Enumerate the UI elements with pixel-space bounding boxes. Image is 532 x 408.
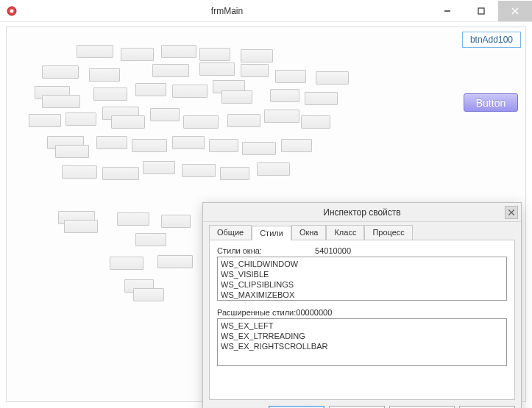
tab-class[interactable]: Класс — [326, 225, 364, 240]
ghost-button[interactable] — [64, 220, 98, 233]
ghost-button[interactable] — [102, 167, 139, 180]
ghost-button[interactable] — [227, 114, 260, 127]
minimize-button[interactable] — [430, 1, 464, 21]
ghost-button[interactable] — [110, 257, 143, 270]
close-button[interactable] — [498, 1, 532, 21]
ex-style-item[interactable]: WS_EX_LEFT — [221, 321, 503, 331]
app-icon — [6, 5, 18, 17]
client-area: btnAdd100 Button — [6, 26, 526, 402]
window-title: frmMain — [24, 6, 430, 16]
ghost-button[interactable] — [117, 212, 149, 226]
ghost-button[interactable] — [281, 139, 312, 152]
ghost-button[interactable] — [121, 48, 154, 61]
ghost-button[interactable] — [241, 49, 273, 62]
ghost-button[interactable] — [77, 45, 113, 58]
ghost-button[interactable] — [55, 145, 89, 158]
ghost-button[interactable] — [65, 112, 96, 126]
styles-value: 54010000 — [315, 246, 351, 255]
ghost-button[interactable] — [96, 136, 127, 149]
highlighted-button[interactable]: Button — [464, 93, 518, 112]
styles-listbox[interactable]: WS_CHILDWINDOW WS_VISIBLE WS_CLIPSIBLING… — [217, 257, 507, 301]
maximize-button[interactable] — [464, 1, 498, 21]
window-controls — [430, 1, 532, 21]
ghost-button[interactable] — [241, 64, 269, 77]
ghost-button[interactable] — [264, 110, 299, 123]
inspector-panel: Стили окна: 54010000 WS_CHILDWINDOW WS_V… — [209, 240, 515, 400]
ghost-button[interactable] — [242, 142, 276, 155]
tab-windows[interactable]: Окна — [291, 225, 327, 240]
styles-label: Стили окна: — [217, 246, 313, 255]
ghost-button[interactable] — [172, 136, 205, 149]
ghost-button[interactable] — [199, 48, 230, 61]
ghost-button[interactable] — [161, 215, 191, 228]
ghost-button[interactable] — [275, 70, 306, 83]
inspector-title[interactable]: Инспектор свойств — [203, 203, 521, 222]
ghost-button[interactable] — [132, 139, 167, 152]
add-100-button[interactable]: btnAdd100 — [462, 32, 521, 48]
ghost-button[interactable] — [199, 62, 235, 76]
tab-general[interactable]: Общие — [209, 225, 252, 240]
style-item[interactable]: WS_CLIPSIBLINGS — [221, 279, 503, 290]
inspector-dialog: Инспектор свойств Общие Стили Окна Класс… — [202, 202, 522, 408]
ghost-button[interactable] — [172, 85, 208, 98]
ghost-button[interactable] — [157, 255, 193, 268]
ex-styles-listbox[interactable]: WS_EX_LEFT WS_EX_LTRREADING WS_EX_RIGHTS… — [217, 318, 507, 366]
inspector-close-button[interactable] — [505, 206, 518, 219]
ghost-button[interactable] — [209, 139, 238, 152]
ghost-button[interactable] — [220, 167, 249, 180]
style-item[interactable]: WS_MAXIMIZEBOX — [221, 290, 503, 300]
svg-rect-3 — [478, 8, 484, 14]
ex-style-item[interactable]: WS_EX_RIGHTSCROLLBAR — [221, 341, 503, 351]
ghost-button[interactable] — [152, 64, 189, 77]
ghost-button[interactable] — [133, 288, 164, 301]
ghost-button[interactable] — [183, 115, 219, 129]
ghost-button[interactable] — [29, 114, 61, 127]
ghost-button[interactable] — [93, 87, 127, 101]
ghost-button[interactable] — [305, 92, 338, 105]
ghost-button[interactable] — [42, 65, 79, 79]
ghost-button[interactable] — [42, 95, 80, 108]
inspector-title-text: Инспектор свойств — [323, 207, 400, 218]
ghost-button[interactable] — [221, 90, 252, 104]
inspector-tabs: Общие Стили Окна Класс Процесс — [209, 225, 515, 240]
tab-process[interactable]: Процесс — [364, 225, 412, 240]
ghost-button[interactable] — [270, 89, 299, 102]
ghost-button[interactable] — [135, 233, 166, 246]
ex-styles-value: 00000000 — [296, 308, 332, 317]
ghost-button[interactable] — [161, 45, 196, 58]
svg-point-1 — [10, 9, 14, 12]
ghost-button[interactable] — [301, 115, 330, 129]
ghost-button[interactable] — [62, 165, 97, 179]
style-item[interactable]: WS_CHILDWINDOW — [221, 259, 503, 269]
ghost-button[interactable] — [150, 108, 180, 121]
tab-styles[interactable]: Стили — [252, 226, 291, 240]
ghost-button[interactable] — [135, 83, 166, 96]
ghost-button[interactable] — [316, 71, 349, 85]
ghost-button[interactable] — [257, 162, 290, 176]
ghost-button[interactable] — [143, 161, 175, 174]
ex-styles-label: Расширенные стили: — [217, 308, 296, 317]
ghost-button[interactable] — [182, 164, 216, 177]
ghost-button[interactable] — [111, 115, 145, 129]
style-item[interactable]: WS_VISIBLE — [221, 269, 503, 279]
ghost-button[interactable] — [89, 68, 120, 82]
ex-style-item[interactable]: WS_EX_LTRREADING — [221, 331, 503, 341]
titlebar: frmMain — [0, 0, 532, 22]
